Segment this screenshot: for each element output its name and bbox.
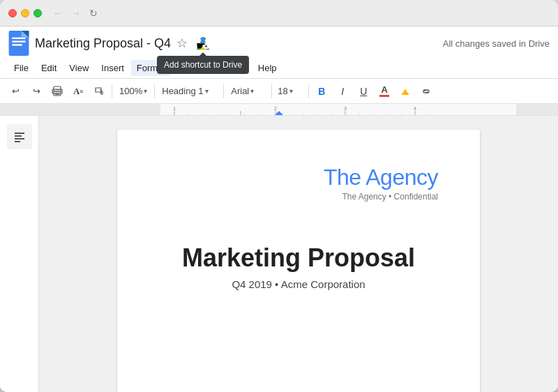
svg-rect-43: [15, 141, 20, 142]
menu-file[interactable]: File: [8, 60, 34, 76]
svg-rect-39: [516, 104, 558, 116]
menu-edit[interactable]: Edit: [36, 60, 62, 76]
app-window: ← → ↻ Marketing Proposal - Q4 ☆: [0, 0, 558, 392]
menu-insert[interactable]: Insert: [96, 60, 130, 76]
menu-view[interactable]: View: [63, 60, 94, 76]
format-toolbar: ↩ ↪ Aa: [0, 78, 558, 103]
text-color-indicator: A: [379, 85, 389, 97]
font-value: Arial: [231, 86, 249, 96]
proposal-subtitle-text: Q4 2019 • Acme Corporation: [159, 278, 438, 290]
maximize-button[interactable]: [33, 9, 42, 17]
bold-button[interactable]: B: [312, 82, 331, 101]
zoom-chevron: ▾: [144, 87, 147, 95]
menu-help[interactable]: Help: [252, 60, 282, 76]
style-selector[interactable]: Heading 1 ▾: [158, 82, 220, 101]
font-selector[interactable]: Arial ▾: [227, 82, 269, 101]
svg-rect-3: [12, 44, 22, 45]
print-button[interactable]: [47, 82, 67, 101]
font-size-chevron: ▾: [289, 87, 293, 95]
svg-text:1: 1: [173, 105, 176, 112]
text-color-label: A: [382, 85, 388, 94]
close-button[interactable]: [8, 9, 17, 17]
menu-tools[interactable]: Tools: [172, 60, 204, 76]
refresh-button[interactable]: ↻: [86, 6, 100, 20]
proposal-heading: Marketing Proposal: [159, 243, 438, 273]
document-page: The Agency The Agency • Confidential Mar…: [117, 130, 480, 392]
font-chevron: ▾: [250, 87, 254, 95]
svg-text:3: 3: [344, 105, 347, 112]
toolbar-divider-3: [223, 84, 224, 98]
svg-text:4: 4: [414, 105, 417, 112]
drive-icon-container: + ☛ Add shortcut to Drive: [193, 33, 213, 53]
agency-section: The Agency The Agency • Confidential: [159, 165, 438, 202]
toolbar-divider-1: [112, 84, 112, 98]
svg-rect-42: [15, 138, 24, 140]
add-to-drive-button[interactable]: + ☛: [193, 33, 213, 53]
title-row: Marketing Proposal - Q4 ☆ + ☛ Add: [0, 27, 558, 57]
toolbar-divider-5: [308, 84, 309, 98]
nav-buttons: ← → ↻: [50, 6, 100, 20]
menu-bar: File Edit View Insert Format Tools Add-o…: [0, 57, 558, 78]
svg-rect-38: [0, 104, 160, 116]
link-button[interactable]: [416, 82, 436, 101]
paint-format-button[interactable]: [89, 82, 109, 101]
save-status: All changes saved in Drive: [443, 38, 550, 49]
toolbar-divider-2: [154, 84, 155, 98]
font-size-selector[interactable]: 18 ▾: [275, 82, 306, 101]
svg-rect-10: [55, 93, 59, 93]
italic-button[interactable]: I: [333, 82, 352, 101]
docs-header: Marketing Proposal - Q4 ☆ + ☛ Add: [0, 27, 558, 116]
style-chevron: ▾: [205, 87, 209, 95]
forward-button[interactable]: →: [68, 6, 84, 20]
font-size-value: 18: [278, 86, 287, 96]
svg-rect-11: [55, 94, 59, 95]
traffic-lights: [8, 9, 42, 17]
star-icon[interactable]: ☆: [176, 36, 188, 51]
minimize-button[interactable]: [21, 9, 29, 17]
menu-format[interactable]: Format: [131, 60, 171, 76]
page-wrapper: The Agency The Agency • Confidential Mar…: [39, 116, 558, 392]
text-color-button[interactable]: A: [375, 82, 394, 101]
text-color-bar: [379, 95, 389, 97]
format-clear-button[interactable]: Aa: [68, 82, 88, 101]
agency-name: The Agency: [159, 165, 438, 190]
document-area: The Agency The Agency • Confidential Mar…: [0, 116, 558, 392]
agency-subtitle: The Agency • Confidential: [159, 192, 438, 202]
zoom-selector[interactable]: 100% ▾: [115, 82, 151, 101]
svg-rect-1: [12, 38, 25, 39]
back-button[interactable]: ←: [50, 6, 66, 20]
menu-addons[interactable]: Add-ons: [206, 60, 250, 76]
highlight-button[interactable]: [395, 82, 415, 101]
svg-rect-41: [15, 135, 22, 137]
docs-logo: [8, 31, 29, 56]
outline-toggle-button[interactable]: [7, 124, 32, 149]
toolbar-divider-4: [271, 84, 272, 98]
ruler: 1 2 3 4: [0, 103, 558, 116]
svg-text:+: +: [204, 43, 207, 50]
proposal-section: Marketing Proposal Q4 2019 • Acme Corpor…: [159, 243, 438, 290]
underline-button[interactable]: U: [354, 82, 373, 101]
zoom-value: 100%: [119, 86, 142, 96]
titlebar: ← → ↻: [0, 0, 558, 27]
svg-rect-2: [12, 40, 25, 42]
style-value: Heading 1: [162, 86, 203, 96]
redo-button[interactable]: ↪: [27, 82, 46, 101]
svg-text:2: 2: [274, 105, 278, 112]
outline-panel: [0, 116, 39, 392]
undo-button[interactable]: ↩: [6, 82, 25, 101]
svg-rect-40: [15, 133, 24, 134]
document-title: Marketing Proposal - Q4: [35, 36, 171, 51]
